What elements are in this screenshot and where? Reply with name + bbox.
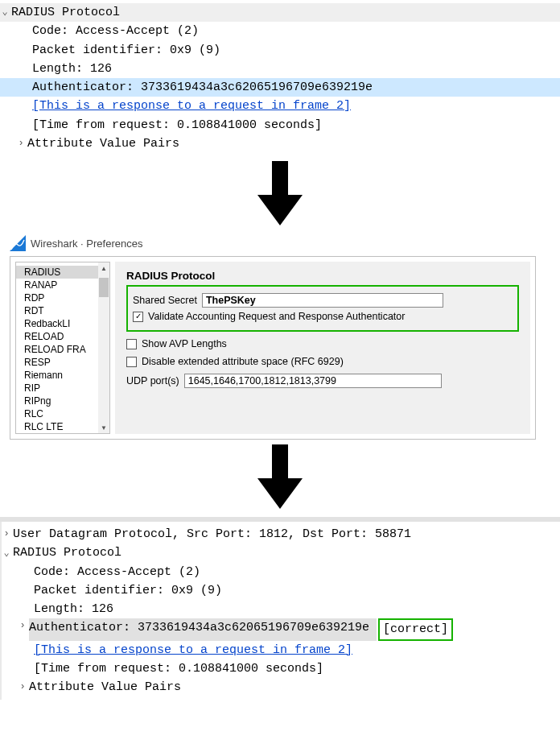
field-code[interactable]: Code: Access-Accept (2) (0, 22, 560, 40)
udp-line: User Datagram Protocol, Src Port: 1812, … (13, 525, 411, 543)
disable-ext-checkbox[interactable] (126, 357, 137, 367)
caret-down-icon[interactable]: ⌄ (2, 546, 13, 561)
field-time-from-request[interactable]: [Time from request: 0.108841000 seconds] (2, 659, 560, 678)
sidebar-item-rdt[interactable]: RDT (24, 304, 109, 317)
protocol-sidebar[interactable]: RADIUS RANAP RDP RDT RedbackLI RELOAD RE… (15, 262, 110, 434)
sidebar-item-resp[interactable]: RESP (24, 356, 109, 369)
shared-secret-label: Shared Secret (133, 295, 197, 306)
caret-down-icon[interactable]: ⌄ (0, 5, 11, 20)
scroll-thumb[interactable] (99, 278, 109, 297)
validate-checkbox[interactable] (133, 312, 143, 322)
caret-right-icon[interactable]: › (18, 680, 29, 695)
field-packet-identifier[interactable]: Packet identifier: 0x9 (9) (0, 41, 560, 60)
field-code[interactable]: Code: Access-Accept (2) (2, 563, 560, 581)
window-title: Wireshark · Preferences (31, 238, 142, 250)
arrow-down-icon (257, 444, 303, 509)
field-response-link[interactable]: [This is a response to a request in fram… (0, 97, 560, 115)
show-avp-checkbox[interactable] (126, 339, 137, 349)
field-packet-identifier[interactable]: Packet identifier: 0x9 (9) (2, 581, 560, 600)
sidebar-item-riemann[interactable]: Riemann (24, 369, 109, 382)
disable-ext-label: Disable extended attribute space (RFC 69… (142, 356, 344, 367)
highlighted-settings: Shared Secret Validate Accounting Reques… (126, 285, 519, 332)
caret-right-icon[interactable]: › (16, 136, 27, 151)
disable-ext-row[interactable]: Disable extended attribute space (RFC 69… (126, 356, 519, 367)
window-titlebar: Wireshark · Preferences (5, 233, 541, 256)
prefs-heading: RADIUS Protocol (126, 270, 519, 282)
packet-detail-panel-top: ⌄ RADIUS Protocol Code: Access-Accept (2… (0, 0, 560, 156)
sidebar-item-reload[interactable]: RELOAD (24, 330, 109, 343)
field-response-link[interactable]: [This is a response to a request in fram… (2, 641, 560, 659)
sidebar-item-redbackli[interactable]: RedbackLI (24, 317, 109, 330)
sidebar-item-radius[interactable]: RADIUS (16, 266, 109, 279)
preferences-main: RADIUS Protocol Shared Secret Validate A… (115, 262, 530, 434)
sidebar-item-rdp[interactable]: RDP (24, 291, 109, 304)
caret-right-icon[interactable]: › (2, 527, 13, 542)
arrow-down-2 (0, 440, 560, 517)
protocol-header[interactable]: ⌄ RADIUS Protocol (0, 3, 560, 22)
udp-header[interactable]: › User Datagram Protocol, Src Port: 1812… (2, 525, 560, 543)
field-avp[interactable]: › Attribute Value Pairs (2, 678, 560, 696)
preferences-body: RADIUS RANAP RDP RDT RedbackLI RELOAD RE… (10, 256, 536, 440)
protocol-name: RADIUS Protocol (13, 543, 121, 562)
protocol-name: RADIUS Protocol (11, 3, 120, 22)
sidebar-item-ripng[interactable]: RIPng (24, 395, 109, 407)
field-length[interactable]: Length: 126 (0, 60, 560, 78)
caret-right-icon[interactable]: › (18, 618, 29, 640)
show-avp-row[interactable]: Show AVP Lengths (126, 338, 519, 349)
field-avp[interactable]: › Attribute Value Pairs (0, 134, 560, 153)
sidebar-item-rlc[interactable]: RLC (24, 407, 109, 420)
protocol-header[interactable]: ⌄ RADIUS Protocol (2, 543, 560, 562)
sidebar-item-rlc-lte[interactable]: RLC LTE (24, 420, 109, 433)
validate-row[interactable]: Validate Accounting Request and Response… (133, 311, 513, 322)
sidebar-scrollbar[interactable]: ▲ ▼ (98, 262, 109, 433)
shared-secret-input[interactable] (202, 293, 443, 308)
packet-detail-panel-bottom: › User Datagram Protocol, Src Port: 1812… (0, 522, 560, 700)
scroll-down-icon[interactable]: ▼ (98, 422, 109, 433)
udp-ports-input[interactable] (184, 374, 442, 388)
sidebar-item-reload-fra[interactable]: RELOAD FRA (24, 343, 109, 356)
scroll-up-icon[interactable]: ▲ (98, 262, 109, 274)
preferences-dialog: Wireshark · Preferences RADIUS RANAP RDP… (0, 233, 560, 440)
udp-ports-row: UDP port(s) (126, 374, 519, 388)
field-authenticator-correct[interactable]: › Authenticator: 3733619434a3c6206519670… (2, 618, 560, 640)
authenticator-correct-badge: [correct] (378, 618, 453, 640)
shared-secret-row: Shared Secret (133, 293, 513, 308)
validate-label: Validate Accounting Request and Response… (148, 311, 405, 322)
field-authenticator-selected[interactable]: Authenticator: 3733619434a3c62065196709e… (0, 78, 560, 97)
sidebar-item-ranap[interactable]: RANAP (24, 279, 109, 291)
arrow-down-1 (0, 156, 560, 233)
arrow-down-icon (257, 161, 303, 225)
field-time-from-request[interactable]: [Time from request: 0.108841000 seconds] (0, 116, 560, 134)
sidebar-item-rip[interactable]: RIP (24, 382, 109, 395)
field-length[interactable]: Length: 126 (2, 600, 560, 618)
show-avp-label: Show AVP Lengths (142, 338, 227, 349)
wireshark-logo-icon (10, 235, 26, 251)
udp-ports-label: UDP port(s) (126, 375, 179, 386)
